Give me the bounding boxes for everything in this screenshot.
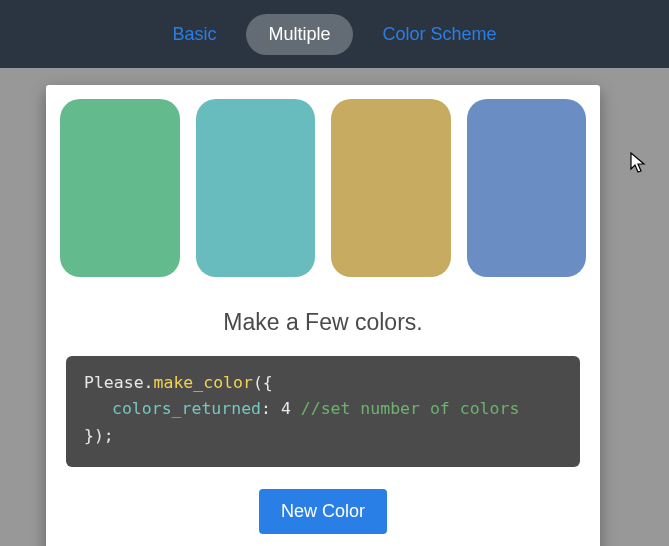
code-line: colors_returned: 4 //set number of color… [84,396,562,422]
new-color-button[interactable]: New Color [259,489,387,534]
code-token-comment: //set number of colors [301,399,520,418]
color-swatch [467,99,587,277]
color-swatch [331,99,451,277]
code-token-object: Please [84,373,144,392]
code-token-key: colors_returned [112,399,261,418]
color-swatch [196,99,316,277]
code-example: Please.make_color({ colors_returned: 4 /… [66,356,580,467]
topbar: Basic Multiple Color Scheme [0,0,669,68]
button-row: New Color [60,489,586,534]
code-token-close: }); [84,426,114,445]
code-token-dot: . [144,373,154,392]
code-token-open: ({ [253,373,273,392]
mouse-cursor-icon [630,152,648,176]
tab-basic[interactable]: Basic [150,14,238,55]
code-token-space [291,399,301,418]
code-line: }); [84,423,562,449]
color-swatch [60,99,180,277]
code-token-value: 4 [281,399,291,418]
swatch-row [60,99,586,277]
demo-card: Make a Few colors. Please.make_color({ c… [46,85,600,546]
code-line: Please.make_color({ [84,370,562,396]
code-token-fn: make_color [154,373,253,392]
tab-multiple[interactable]: Multiple [246,14,352,55]
code-token-colon: : [261,399,281,418]
card-heading: Make a Few colors. [60,309,586,336]
tab-color-scheme[interactable]: Color Scheme [361,14,519,55]
